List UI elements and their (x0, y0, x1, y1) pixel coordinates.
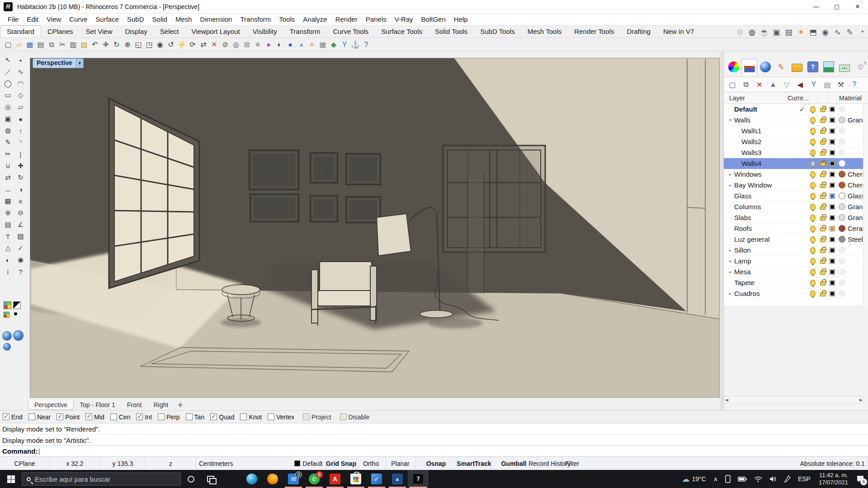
filter-icon[interactable]: Y (339, 39, 350, 50)
layer-color-swatch[interactable] (830, 215, 835, 221)
weather-widget[interactable]: ☁ 19°C (678, 470, 709, 488)
vray-batch-render-icon[interactable]: ▤ (783, 27, 795, 38)
vray-sun-light-icon[interactable]: ☀ (795, 27, 807, 38)
osnap-checkbox[interactable] (158, 413, 165, 420)
layer-material-circle[interactable] (839, 268, 845, 275)
layer-lock-icon[interactable] (820, 108, 826, 112)
toolbar-group-tab[interactable]: Viewport Layout (185, 26, 246, 38)
menu-item[interactable]: Edit (23, 14, 42, 25)
status-cell[interactable]: Default (291, 457, 326, 470)
status-cell[interactable]: Centimeters (196, 457, 291, 470)
layer-visibility-bulb-icon[interactable] (810, 117, 816, 123)
layer-color-swatch[interactable] (830, 269, 835, 275)
save-icon[interactable]: ▦ (24, 39, 35, 50)
osnap-toggle[interactable]: Knot (240, 413, 262, 421)
osnap-toggle[interactable]: End (3, 413, 23, 421)
layer-material-circle[interactable] (839, 127, 845, 134)
toolbar-group-tab[interactable]: Solid Tools (429, 26, 474, 38)
zoom-dynamic-icon[interactable]: ⊕ (122, 39, 133, 50)
layer-material-circle[interactable] (839, 247, 845, 253)
layer-expand-chevron-icon[interactable]: ▸ (726, 248, 734, 253)
notification-center-button[interactable]: 6 (853, 470, 868, 488)
render-icon[interactable]: ● (263, 39, 274, 50)
toolbar-group-tab[interactable]: CPlanes (41, 26, 80, 38)
ellipse-icon[interactable]: ◎ (2, 101, 14, 113)
layer-lock-icon[interactable] (820, 195, 826, 199)
new-layer-icon[interactable]: ▢ (726, 79, 738, 90)
menu-item[interactable]: BoltGen (417, 14, 450, 25)
cylinder-icon[interactable]: ◍ (2, 125, 14, 136)
pen-icon[interactable] (781, 470, 794, 488)
firefox[interactable] (262, 470, 283, 488)
viewport-tab[interactable]: Perspective (28, 400, 74, 410)
menu-item[interactable]: Surface (91, 14, 123, 25)
material-editor-icon[interactable]: ● (285, 39, 296, 50)
rhino[interactable]: 7 (408, 470, 429, 488)
osnap-toggle[interactable]: Mid (85, 413, 104, 421)
layer-color-swatch[interactable] (830, 172, 835, 177)
copy-to-clipboard-icon[interactable]: ⧉ (46, 39, 57, 50)
language-indicator[interactable]: ESP (794, 470, 814, 488)
layer-material-circle[interactable] (839, 192, 845, 199)
menu-item[interactable]: SubD (123, 14, 148, 25)
toolbar-group-tab[interactable]: Surface Tools (375, 26, 429, 38)
layer-lock-icon[interactable] (820, 119, 826, 123)
menu-item[interactable]: Mesh (171, 14, 196, 25)
layer-visibility-bulb-icon[interactable] (810, 204, 816, 210)
undo-view-change-icon[interactable]: ↺ (165, 39, 176, 50)
zoom-window-icon[interactable]: ◱ (133, 39, 144, 50)
rendering-panel[interactable] (821, 59, 837, 75)
layers-panel[interactable] (741, 59, 757, 75)
point-icon[interactable]: • (14, 54, 27, 66)
array-icon[interactable]: ▦ (2, 195, 14, 207)
toolbar-group-tab[interactable]: Curve Tools (326, 26, 375, 38)
osnap-checkbox[interactable] (186, 413, 193, 420)
osnap-checkbox[interactable] (57, 413, 63, 420)
osnap-toggle[interactable]: Point (57, 413, 80, 421)
layer-row[interactable]: ▸ Bay Window Cherr (724, 180, 868, 191)
layer-color-swatch[interactable] (830, 128, 835, 134)
column-header-visibility[interactable] (808, 92, 818, 103)
osnap-checkbox[interactable] (85, 413, 92, 420)
open-file-icon[interactable]: ▱ (14, 39, 24, 50)
new-sublayer-icon[interactable]: ⧉ (740, 79, 752, 90)
delete-icon[interactable]: ✕ (209, 39, 220, 50)
explode-icon[interactable]: ✚ (14, 160, 27, 172)
new-file-icon[interactable]: ▢ (3, 39, 14, 50)
toolbar-group-tab[interactable]: Display (119, 26, 154, 38)
taskbar-search-box[interactable]: Escribe aquí para buscar (22, 472, 181, 486)
rotate-view-icon[interactable]: ↻ (111, 39, 122, 50)
layer-material-circle[interactable] (839, 138, 845, 145)
maximize-button[interactable]: ▢ (826, 0, 847, 14)
layer-color-swatch[interactable] (830, 237, 835, 242)
vray-camera-icon[interactable]: ◉ (819, 27, 831, 38)
status-cell[interactable]: Osnap (415, 457, 458, 470)
vray-interactive-render-icon[interactable]: ◔ (856, 27, 868, 38)
materials-panel[interactable] (757, 59, 773, 75)
osnap-toggle[interactable]: Near (28, 413, 51, 421)
whatsapp[interactable]: ✆ 5 (304, 470, 325, 488)
status-cell[interactable]: y 135.3 (100, 457, 146, 470)
layer-expand-chevron-icon[interactable]: ▾ (726, 117, 734, 122)
move-icon[interactable]: ⇄ (198, 39, 209, 50)
layer-color-swatch[interactable] (830, 291, 835, 296)
layer-material-circle[interactable] (839, 214, 845, 221)
print-icon[interactable]: ▤ (35, 39, 46, 50)
menu-item[interactable]: Tools (275, 14, 299, 25)
hidden-icons-chevron[interactable]: ∧ (710, 470, 722, 488)
layer-visibility-bulb-icon[interactable] (810, 269, 816, 275)
menu-item[interactable]: V-Ray (391, 14, 417, 25)
layer-material-circle[interactable] (839, 171, 845, 178)
sun-icon[interactable]: ☀ (307, 39, 317, 50)
visibility-icon[interactable]: ◉ (14, 254, 27, 266)
layer-lock-icon[interactable] (820, 151, 826, 155)
lamp-icon[interactable]: ⚡ (176, 39, 187, 50)
toolbar-group-tab[interactable]: Standard (0, 25, 41, 38)
layer-color-swatch[interactable] (830, 280, 835, 286)
add-viewport-tab-icon[interactable]: ✚ (174, 402, 186, 408)
osnap-checkbox[interactable] (240, 413, 247, 420)
layer-expand-chevron-icon[interactable]: ▸ (726, 183, 734, 188)
column-header-lock[interactable] (818, 92, 827, 103)
volume-icon[interactable] (766, 470, 781, 488)
viewport-tab[interactable]: Top - Floor 1 (74, 400, 121, 409)
